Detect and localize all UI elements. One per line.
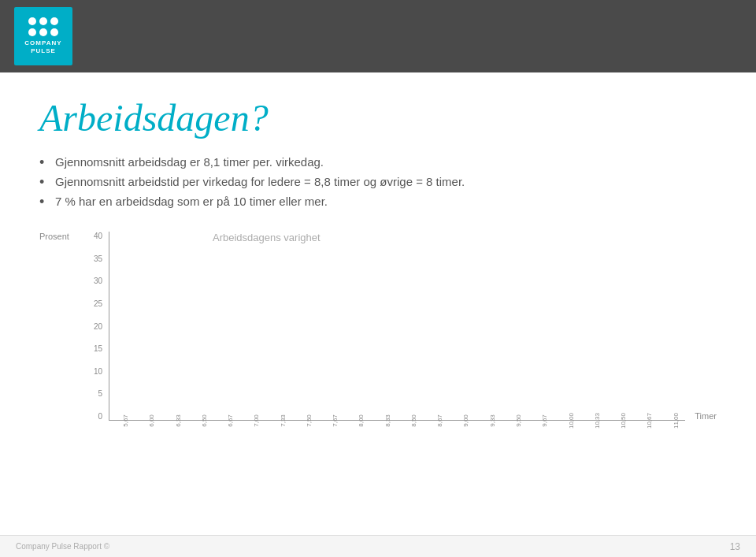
y-tick: 40: [79, 232, 106, 240]
x-label: 6,67: [227, 407, 250, 433]
header: COMPANYPULSE: [0, 0, 756, 72]
y-tick: 10: [79, 367, 106, 376]
bullet-item-2: Gjennomsnitt arbeidstid per virkedag for…: [39, 175, 717, 188]
y-tick: 20: [79, 322, 106, 331]
y-tick: 35: [79, 254, 106, 263]
x-label: 8,67: [436, 407, 460, 433]
x-label: 6,33: [174, 407, 198, 433]
bullet-list: Gjennomsnitt arbeidsdag er 8,1 timer per…: [39, 155, 717, 208]
y-tick: 15: [79, 344, 106, 353]
x-labels: 5,676,006,336,506,677,007,337,507,678,00…: [109, 419, 685, 444]
chart-y-label: Prosent: [39, 232, 69, 241]
page-title: Arbeidsdagen?: [39, 96, 717, 139]
x-label: 5,67: [122, 407, 146, 433]
footer-copyright: Company Pulse Rapport ©: [16, 542, 109, 551]
footer: Company Pulse Rapport © 13: [0, 535, 756, 557]
x-label: 10,33: [593, 407, 617, 433]
logo-dot: [28, 17, 36, 25]
x-label: 9,33: [488, 407, 512, 433]
x-label: 7,67: [332, 407, 355, 433]
y-tick: 25: [79, 299, 106, 308]
y-tick: 30: [79, 277, 106, 285]
logo-dots: [28, 17, 58, 36]
y-tick: 5: [79, 389, 106, 398]
x-label: 8,50: [410, 407, 434, 433]
logo-text: COMPANYPULSE: [24, 39, 61, 54]
chart-area: 0510152025303540 5,676,006,336,506,677,0…: [79, 232, 717, 444]
bullet-item-1: Gjennomsnitt arbeidsdag er 8,1 timer per…: [39, 155, 717, 169]
x-label: 11,00: [672, 407, 695, 433]
footer-page: 13: [730, 541, 740, 552]
x-label: 7,33: [279, 407, 302, 433]
logo-dot: [50, 28, 58, 36]
bars-wrapper: [109, 232, 685, 421]
y-axis: 0510152025303540: [79, 232, 106, 421]
x-label: 6,50: [200, 407, 224, 433]
x-label: 6,00: [148, 407, 172, 433]
logo-dot: [39, 28, 47, 36]
x-label: 8,33: [384, 407, 407, 433]
x-label: 10,50: [620, 407, 643, 433]
chart-container: Prosent Arbeidsdagens varighet 051015202…: [39, 232, 717, 444]
logo-dot: [39, 17, 47, 25]
x-label: 7,00: [253, 407, 276, 433]
x-label: 9,00: [462, 407, 486, 433]
x-label: 7,50: [305, 407, 328, 433]
x-label: 9,67: [541, 407, 565, 433]
bullet-item-3: 7 % har en arbeidsdag som er på 10 timer…: [39, 195, 717, 208]
x-label: 8,00: [358, 407, 381, 433]
main-content: Arbeidsdagen? Gjennomsnitt arbeidsdag er…: [0, 72, 756, 557]
x-label: 10,00: [567, 407, 591, 433]
x-label: 9,50: [515, 407, 539, 433]
logo-dot: [50, 17, 58, 25]
logo-dot: [28, 28, 36, 36]
x-axis-label: Timer: [695, 411, 717, 421]
logo: COMPANYPULSE: [14, 7, 72, 65]
x-label: 10,67: [646, 407, 669, 433]
y-tick: 0: [79, 412, 106, 421]
